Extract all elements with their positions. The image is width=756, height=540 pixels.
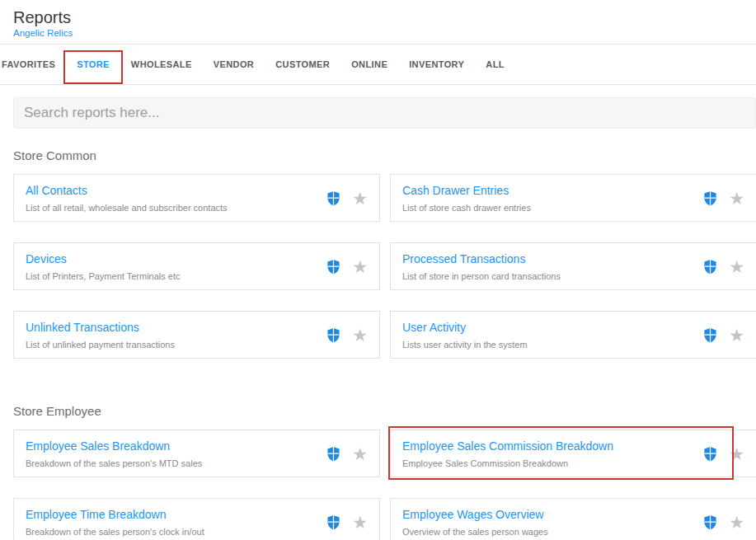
- report-card-icons: ★: [318, 258, 368, 275]
- star-icon[interactable]: ★: [729, 514, 744, 531]
- report-description: Employee Sales Commission Breakdown: [402, 458, 695, 468]
- report-description: Lists user activity in the system: [402, 340, 695, 350]
- star-icon[interactable]: ★: [352, 326, 368, 344]
- shield-icon: [703, 514, 717, 530]
- report-card-main: Employee Sales Commission Breakdown Empl…: [402, 439, 695, 468]
- section-title: Store Employee: [13, 404, 756, 418]
- tab-store[interactable]: STORE: [66, 45, 120, 84]
- report-link[interactable]: All Contacts: [26, 184, 87, 197]
- report-link[interactable]: User Activity: [402, 321, 466, 334]
- report-description: List of unlinked payment transactions: [26, 340, 318, 350]
- tab-inventory[interactable]: INVENTORY: [398, 45, 475, 84]
- report-card-main: Cash Drawer Entries List of store cash d…: [402, 183, 695, 213]
- annotation-box-tab: [63, 50, 123, 84]
- report-link[interactable]: Employee Time Breakdown: [26, 508, 166, 521]
- report-card-main: Employee Wages Overview Overview of the …: [402, 507, 695, 537]
- report-card-main: Employee Sales Breakdown Breakdown of th…: [26, 439, 318, 468]
- shield-icon: [703, 190, 717, 206]
- report-description: List of store cash drawer entries: [402, 203, 695, 213]
- report-card-icons: ★: [695, 326, 744, 344]
- shield-icon: [703, 446, 717, 462]
- report-link[interactable]: Devices: [26, 252, 67, 265]
- card-grid: All Contacts List of all retail, wholesa…: [13, 174, 756, 359]
- report-section: Store Common All Contacts List of all re…: [0, 148, 756, 359]
- star-icon[interactable]: ★: [352, 258, 368, 275]
- tab-customer[interactable]: CUSTOMER: [265, 45, 340, 84]
- report-description: List of all retail, wholesale and subscr…: [26, 203, 318, 213]
- star-icon[interactable]: ★: [729, 258, 744, 275]
- star-icon[interactable]: ★: [352, 514, 368, 531]
- report-card: Employee Time Breakdown Breakdown of the…: [13, 498, 380, 540]
- report-card-main: Devices List of Printers, Payment Termin…: [26, 251, 318, 281]
- page-title: Reports: [13, 7, 743, 28]
- report-section: Store Employee Employee Sales Breakdown …: [0, 404, 756, 540]
- star-icon[interactable]: ★: [729, 445, 744, 463]
- report-link[interactable]: Employee Sales Breakdown: [26, 439, 170, 453]
- section-title: Store Common: [13, 148, 756, 162]
- report-description: List of Printers, Payment Terminals etc: [26, 271, 318, 281]
- tab-wholesale[interactable]: WHOLESALE: [120, 45, 203, 84]
- tab-all[interactable]: ALL: [475, 45, 515, 84]
- report-link[interactable]: Cash Drawer Entries: [402, 184, 509, 197]
- report-description: List of store in person card transaction…: [402, 271, 695, 281]
- shield-icon: [326, 259, 340, 275]
- report-description: Breakdown of the sales person's clock in…: [26, 527, 318, 537]
- report-card: Employee Sales Breakdown Breakdown of th…: [13, 430, 380, 477]
- star-icon[interactable]: ★: [729, 190, 744, 207]
- report-link[interactable]: Employee Sales Commission Breakdown: [402, 439, 613, 453]
- report-card-icons: ★: [695, 514, 744, 531]
- report-description: Breakdown of the sales person's MTD sale…: [26, 458, 318, 468]
- report-card: Devices List of Printers, Payment Termin…: [13, 242, 380, 290]
- star-icon[interactable]: ★: [729, 326, 744, 344]
- star-icon[interactable]: ★: [352, 445, 368, 463]
- shield-icon: [326, 514, 340, 530]
- shield-icon: [326, 190, 340, 206]
- shield-icon: [326, 327, 340, 343]
- report-link[interactable]: Processed Transactions: [402, 252, 525, 265]
- report-link[interactable]: Employee Wages Overview: [402, 508, 543, 521]
- tab-online[interactable]: ONLINE: [340, 45, 398, 84]
- report-card-main: All Contacts List of all retail, wholesa…: [26, 183, 318, 213]
- report-card-main: User Activity Lists user activity in the…: [402, 320, 695, 350]
- report-card-icons: ★: [695, 258, 744, 275]
- report-card-icons: ★: [695, 190, 744, 207]
- report-card-icons: ★: [318, 514, 368, 531]
- report-description: Overview of the sales person wages: [402, 527, 695, 537]
- page-header: Reports Angelic Relics: [0, 0, 756, 45]
- report-link[interactable]: Unlinked Transactions: [26, 321, 139, 334]
- report-card-icons: ★: [318, 326, 368, 344]
- page-subtitle: Angelic Relics: [13, 28, 743, 39]
- tab-bar: FAVORITESSTOREWHOLESALEVENDORCUSTOMERONL…: [0, 45, 756, 85]
- report-card: Employee Wages Overview Overview of the …: [390, 498, 756, 540]
- sections: Store Common All Contacts List of all re…: [0, 129, 756, 540]
- report-card: Processed Transactions List of store in …: [390, 242, 756, 290]
- report-card-main: Employee Time Breakdown Breakdown of the…: [26, 507, 318, 537]
- report-card: Unlinked Transactions List of unlinked p…: [13, 311, 380, 359]
- tab-favorites[interactable]: FAVORITES: [0, 45, 66, 84]
- report-card: All Contacts List of all retail, wholesa…: [13, 174, 380, 222]
- report-card-icons: ★: [695, 445, 744, 463]
- report-card-icons: ★: [318, 445, 368, 463]
- search-input[interactable]: [13, 97, 756, 129]
- star-icon[interactable]: ★: [352, 190, 368, 207]
- shield-icon: [703, 259, 717, 275]
- report-card-main: Processed Transactions List of store in …: [402, 251, 695, 281]
- report-card-main: Unlinked Transactions List of unlinked p…: [26, 320, 318, 350]
- report-card-icons: ★: [318, 190, 368, 207]
- shield-icon: [326, 446, 340, 462]
- search-container: [0, 85, 756, 129]
- report-card: Employee Sales Commission Breakdown Empl…: [390, 430, 756, 477]
- report-card: Cash Drawer Entries List of store cash d…: [390, 174, 756, 222]
- card-grid: Employee Sales Breakdown Breakdown of th…: [13, 430, 756, 540]
- shield-icon: [703, 327, 717, 343]
- report-card: User Activity Lists user activity in the…: [390, 311, 756, 359]
- tab-vendor[interactable]: VENDOR: [203, 45, 265, 84]
